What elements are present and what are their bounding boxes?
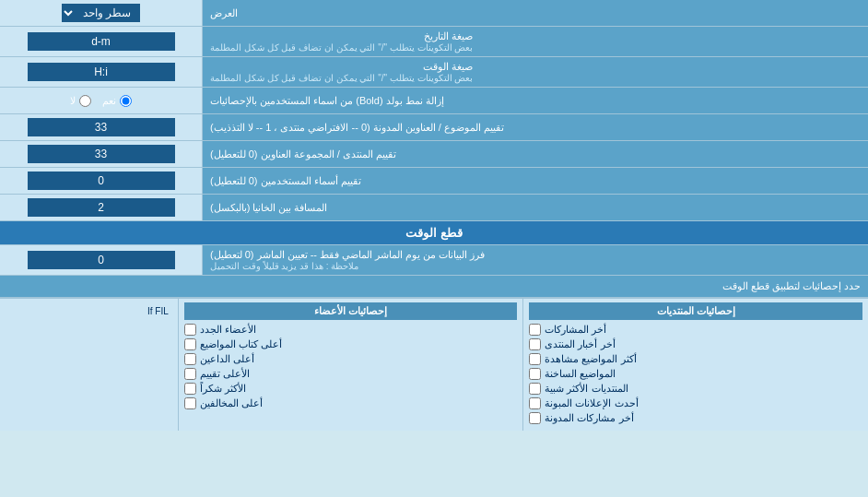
cb-checkbox-m2[interactable] bbox=[184, 338, 196, 350]
header-label-text: العرض bbox=[210, 7, 238, 19]
cb-item-3: أكثر المواضيع مشاهدة bbox=[529, 353, 862, 365]
topics-order-main-label: تقييم الموضوع / العناوين المدونة (0 -- ا… bbox=[210, 122, 504, 134]
date-format-label: صيغة التاريخ بعض التكوينات يتطلب "/" الت… bbox=[203, 27, 868, 56]
apply-limit-text: حدد إحصائيات لتطبيق قطع الوقت bbox=[722, 280, 861, 291]
radio-no-text: لا bbox=[70, 95, 76, 107]
cb-label-5: المنتديات الأكثر شبية bbox=[545, 383, 628, 395]
date-format-sub-label: بعض التكوينات يتطلب "/" التي يمكن ان تضا… bbox=[210, 42, 473, 53]
time-format-input-wrap bbox=[0, 57, 203, 87]
radio-yes[interactable] bbox=[120, 95, 132, 107]
cb-label-3: أكثر المواضيع مشاهدة bbox=[545, 353, 636, 365]
gap-main-label: المسافة بين الخانيا (بالبكسل) bbox=[210, 202, 328, 214]
cutoff-title: قطع الوقت bbox=[405, 226, 463, 240]
bold-remove-label: إزالة نمط بولد (Bold) من اسماء المستخدمي… bbox=[203, 88, 868, 113]
time-format-label: صيغة الوقت بعض التكوينات يتطلب "/" التي … bbox=[203, 57, 868, 87]
date-format-row: صيغة التاريخ بعض التكوينات يتطلب "/" الت… bbox=[0, 27, 868, 57]
bold-remove-main-label: إزالة نمط بولد (Bold) من اسماء المستخدمي… bbox=[210, 95, 444, 107]
users-order-label: تقييم أسماء المستخدمين (0 للتعطيل) bbox=[203, 168, 868, 194]
topics-order-label: تقييم الموضوع / العناوين المدونة (0 -- ا… bbox=[203, 114, 868, 140]
cb-checkbox-3[interactable] bbox=[529, 353, 541, 365]
cb-checkbox-7[interactable] bbox=[529, 412, 541, 424]
cb-section-extra: If FIL bbox=[0, 299, 178, 431]
cb-item-m5: الأكثر شكراً bbox=[184, 383, 518, 395]
date-format-input-wrap bbox=[0, 27, 203, 56]
main-container: العرض سطر واحد سطرين ثلاثة أسطر صيغة الت… bbox=[0, 0, 868, 431]
cutoff-row: فرز البيانات من يوم الماشر الماضي فقط --… bbox=[0, 245, 868, 276]
date-format-main-label: صيغة التاريخ bbox=[210, 30, 473, 42]
cb-members-title: إحصائيات الأعضاء bbox=[184, 302, 518, 320]
forum-order-main-label: تقييم المنتدى / المجموعة العناوين (0 للت… bbox=[210, 148, 396, 160]
cb-label-1: أخر المشاركات bbox=[545, 324, 606, 336]
apply-limit-label: حدد إحصائيات لتطبيق قطع الوقت bbox=[0, 276, 868, 297]
header-input: سطر واحد سطرين ثلاثة أسطر bbox=[0, 0, 203, 26]
cb-item-m3: أعلى الداعين bbox=[184, 353, 518, 365]
forum-order-row: تقييم المنتدى / المجموعة العناوين (0 للت… bbox=[0, 141, 868, 168]
header-label: العرض bbox=[203, 0, 868, 26]
gap-input-wrap bbox=[0, 195, 203, 220]
cb-item-m6: أعلى المخالفين bbox=[184, 397, 518, 409]
gap-label: المسافة بين الخانيا (بالبكسل) bbox=[203, 195, 868, 220]
cb-label-m2: أعلى كتاب المواضيع bbox=[200, 338, 282, 350]
header-dropdown[interactable]: سطر واحد سطرين ثلاثة أسطر bbox=[62, 4, 140, 22]
forum-order-input[interactable] bbox=[28, 145, 175, 163]
cb-checkbox-m3[interactable] bbox=[184, 353, 196, 365]
bold-remove-radio-group: نعم لا bbox=[63, 92, 139, 110]
cb-checkbox-5[interactable] bbox=[529, 383, 541, 395]
radio-no-label[interactable]: لا bbox=[70, 95, 91, 107]
time-format-row: صيغة الوقت بعض التكوينات يتطلب "/" التي … bbox=[0, 57, 868, 88]
cutoff-input[interactable] bbox=[28, 251, 175, 269]
checkboxes-wrapper: إحصائيات المنتديات أخر المشاركات أخر أخب… bbox=[0, 298, 868, 431]
cb-checkbox-m4[interactable] bbox=[184, 368, 196, 380]
radio-no[interactable] bbox=[79, 95, 91, 107]
cb-section-forums: إحصائيات المنتديات أخر المشاركات أخر أخب… bbox=[522, 299, 868, 431]
cb-label-4: المواضيع الساخنة bbox=[545, 368, 616, 380]
forum-order-input-wrap bbox=[0, 141, 203, 167]
bold-remove-row: إزالة نمط بولد (Bold) من اسماء المستخدمي… bbox=[0, 88, 868, 114]
cb-checkbox-m1[interactable] bbox=[184, 324, 196, 336]
cb-item-m1: الأعضاء الجدد bbox=[184, 324, 518, 336]
cb-item-7: أخر مشاركات المدونة bbox=[529, 412, 862, 424]
users-order-row: تقييم أسماء المستخدمين (0 للتعطيل) bbox=[0, 168, 868, 195]
time-format-input[interactable] bbox=[28, 63, 175, 81]
cb-label-m6: أعلى المخالفين bbox=[200, 397, 263, 409]
radio-yes-label[interactable]: نعم bbox=[102, 95, 132, 107]
cb-item-m4: الأعلى تقييم bbox=[184, 368, 518, 380]
cb-label-6: أحدث الإعلانات المبونة bbox=[545, 397, 638, 409]
cb-checkbox-m5[interactable] bbox=[184, 383, 196, 395]
cb-label-2: أخر أخبار المنتدى bbox=[545, 338, 615, 350]
apply-limit-row: حدد إحصائيات لتطبيق قطع الوقت bbox=[0, 276, 868, 298]
cb-item-4: المواضيع الساخنة bbox=[529, 368, 862, 380]
gap-input[interactable] bbox=[28, 198, 175, 217]
cb-label-m5: الأكثر شكراً bbox=[200, 383, 246, 395]
topics-order-row: تقييم الموضوع / العناوين المدونة (0 -- ا… bbox=[0, 114, 868, 141]
cutoff-header: قطع الوقت bbox=[0, 221, 868, 245]
cb-item-5: المنتديات الأكثر شبية bbox=[529, 383, 862, 395]
cb-item-2: أخر أخبار المنتدى bbox=[529, 338, 862, 350]
cutoff-sub-label: ملاحظة : هذا قد يزيد قليلاً وقت التحميل bbox=[210, 261, 358, 271]
cb-checkbox-2[interactable] bbox=[529, 338, 541, 350]
radio-yes-text: نعم bbox=[102, 95, 116, 107]
cb-checkbox-1[interactable] bbox=[529, 324, 541, 336]
cb-checkbox-4[interactable] bbox=[529, 368, 541, 380]
topics-order-input[interactable] bbox=[28, 118, 175, 136]
cb-item-6: أحدث الإعلانات المبونة bbox=[529, 397, 862, 409]
cb-checkbox-6[interactable] bbox=[529, 397, 541, 409]
header-row: العرض سطر واحد سطرين ثلاثة أسطر bbox=[0, 0, 868, 27]
cb-label-m1: الأعضاء الجدد bbox=[200, 324, 256, 336]
forum-order-label: تقييم المنتدى / المجموعة العناوين (0 للت… bbox=[203, 141, 868, 167]
topics-order-input-wrap bbox=[0, 114, 203, 140]
cutoff-main-label: فرز البيانات من يوم الماشر الماضي فقط --… bbox=[210, 249, 485, 261]
cb-label-m4: الأعلى تقييم bbox=[200, 368, 250, 380]
cb-item-1: أخر المشاركات bbox=[529, 324, 862, 336]
cutoff-row-label: فرز البيانات من يوم الماشر الماضي فقط --… bbox=[203, 245, 868, 275]
cb-section-members: إحصائيات الأعضاء الأعضاء الجدد أعلى كتاب… bbox=[178, 299, 523, 431]
cb-checkbox-m6[interactable] bbox=[184, 397, 196, 409]
time-format-sub-label: بعض التكوينات يتطلب "/" التي يمكن ان تضا… bbox=[210, 73, 473, 83]
users-order-input[interactable] bbox=[28, 172, 175, 190]
gap-row: المسافة بين الخانيا (بالبكسل) bbox=[0, 195, 868, 221]
bold-remove-radio-wrap: نعم لا bbox=[0, 88, 203, 113]
time-format-main-label: صيغة الوقت bbox=[210, 61, 473, 73]
cutoff-input-wrap bbox=[0, 245, 203, 275]
users-order-input-wrap bbox=[0, 168, 203, 194]
date-format-input[interactable] bbox=[28, 32, 175, 51]
